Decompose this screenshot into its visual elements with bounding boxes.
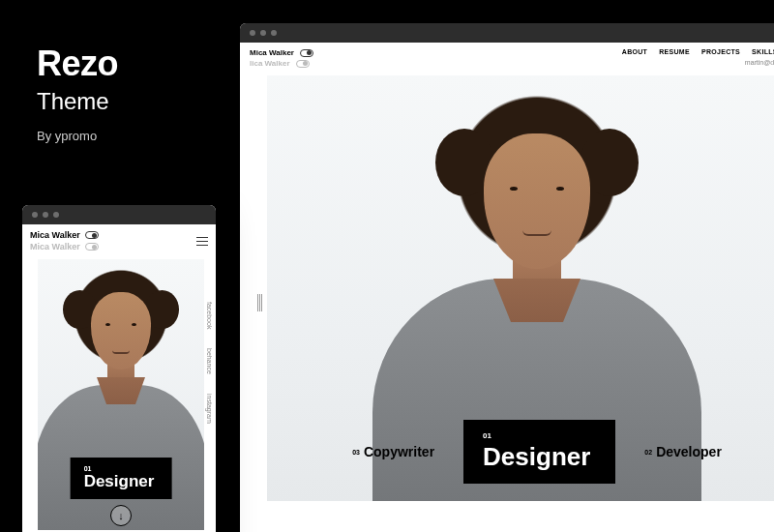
brand-row-echo: Mica Walker (30, 242, 99, 251)
role-designer[interactable]: 01 Designer (71, 458, 172, 499)
role-number: 02 (644, 449, 652, 456)
role-number: 01 (84, 465, 155, 472)
role-number: 01 (483, 431, 590, 440)
role-label: Designer (84, 472, 155, 490)
role-label: Copywriter (364, 444, 434, 459)
window-titlebar (240, 23, 774, 43)
nav-skills[interactable]: SKILLS (752, 48, 774, 55)
brand-name: Mica Walker (30, 230, 80, 240)
hamburger-menu-icon[interactable] (196, 237, 208, 246)
mobile-header: Mica Walker Mica Walker (22, 224, 216, 251)
header-right: ABOUT RESUME PROJECTS SKILLS NEWS martin… (622, 48, 774, 66)
social-instagram[interactable]: instagram (206, 394, 213, 424)
traffic-light-dot (53, 212, 59, 218)
traffic-light-dot (260, 30, 266, 36)
desktop-preview-window: Mica Walker lica Walker ABOUT RESUME PRO… (240, 23, 774, 532)
traffic-light-dot (271, 30, 277, 36)
traffic-light-dot (43, 212, 48, 218)
mobile-preview-window: Mica Walker Mica Walker 01 Designer ↓ (22, 205, 216, 532)
brand-block: Mica Walker lica Walker (250, 48, 313, 68)
product-subtitle: Theme (37, 88, 118, 115)
theme-toggle-icon[interactable] (85, 231, 99, 239)
contact-email[interactable]: martin@designer.com (622, 59, 774, 66)
brand-row[interactable]: Mica Walker (250, 48, 313, 57)
traffic-light-dot (32, 212, 38, 218)
product-byline: By ypromo (37, 129, 118, 143)
main-nav: ABOUT RESUME PROJECTS SKILLS NEWS (622, 48, 774, 55)
role-label: Designer (483, 442, 590, 471)
nav-projects[interactable]: PROJECTS (701, 48, 740, 55)
product-name: Rezo (37, 44, 118, 84)
role-copywriter[interactable]: 03 Copywriter (352, 444, 434, 459)
product-title-block: Rezo Theme By ypromo (37, 44, 118, 143)
theme-toggle-icon (85, 243, 99, 251)
nav-resume[interactable]: RESUME (659, 48, 690, 55)
theme-toggle-icon (296, 60, 310, 68)
window-titlebar (22, 205, 216, 224)
brand-block: Mica Walker Mica Walker (30, 230, 99, 251)
role-number: 03 (352, 449, 360, 456)
roles-row: 03 Copywriter 01 Designer 02 Developer (267, 420, 774, 484)
theme-toggle-icon[interactable] (300, 49, 313, 57)
role-developer[interactable]: 02 Developer (644, 444, 722, 459)
social-links: facebook behance instagram (206, 302, 213, 424)
nav-about[interactable]: ABOUT (622, 48, 647, 55)
role-designer[interactable]: 01 Designer (463, 420, 615, 484)
scroll-down-button[interactable]: ↓ (110, 505, 132, 526)
social-facebook[interactable]: facebook (206, 302, 213, 329)
hero-section: 01 Designer ↓ (38, 259, 204, 530)
brand-row-echo: lica Walker (250, 59, 313, 68)
brand-name: Mica Walker (250, 48, 294, 57)
brand-name-echo: Mica Walker (30, 242, 80, 251)
social-behance[interactable]: behance (206, 348, 213, 374)
site-header: Mica Walker lica Walker ABOUT RESUME PRO… (240, 43, 774, 68)
brand-row[interactable]: Mica Walker (30, 230, 99, 240)
hero-section: 03 Copywriter 01 Designer 02 Developer (267, 75, 774, 501)
drag-handle-icon[interactable] (257, 294, 263, 311)
role-label: Developer (656, 444, 722, 459)
brand-name-echo: lica Walker (250, 59, 290, 68)
arrow-down-icon: ↓ (118, 510, 124, 521)
traffic-light-dot (250, 30, 255, 36)
